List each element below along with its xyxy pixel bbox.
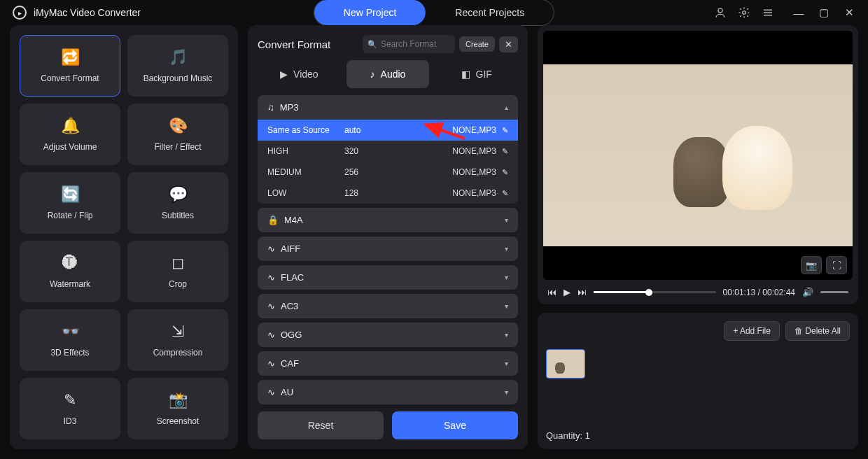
format-header-ac3[interactable]: ∿AC3▾: [258, 294, 518, 318]
video-content: [543, 64, 853, 246]
chevron-down-icon: ▾: [505, 302, 508, 310]
tool-subtitles[interactable]: 💬Subtitles: [127, 172, 228, 234]
edit-icon[interactable]: ✎: [502, 189, 508, 198]
chevron-down-icon: ▾: [505, 388, 508, 396]
reset-button[interactable]: Reset: [258, 411, 384, 439]
wave-icon: ∿: [267, 358, 275, 369]
project-nav: New Project Recent Projects: [314, 0, 554, 26]
tool-id3[interactable]: ✎ID3: [20, 378, 120, 439]
tools-sidebar: 🔁Convert Format 🎵Background Music 🔔Adjus…: [10, 25, 238, 449]
wave-icon: ∿: [267, 301, 275, 311]
tab-audio[interactable]: ♪Audio: [346, 60, 430, 88]
minimize-button[interactable]: —: [792, 6, 805, 19]
preset-medium[interactable]: MEDIUM256NONE,MP3✎: [258, 162, 518, 183]
chevron-down-icon: ▾: [505, 216, 508, 224]
edit-icon[interactable]: ✎: [502, 126, 508, 135]
id3-icon: ✎: [64, 391, 76, 409]
crop-icon: ◻: [172, 254, 184, 272]
tool-compression[interactable]: ⇲Compression: [127, 309, 228, 371]
convert-format-panel: Convert Format 🔍 Create ✕ ▶Video ♪Audio …: [248, 25, 528, 449]
settings-icon[interactable]: [738, 6, 750, 19]
tab-video[interactable]: ▶Video: [258, 60, 341, 88]
prev-button[interactable]: ⏮: [547, 287, 556, 297]
tool-3d-effects[interactable]: 👓3D Effects: [20, 309, 120, 371]
save-button[interactable]: Save: [392, 411, 518, 439]
wave-icon: ∿: [267, 272, 275, 283]
player-controls: ⏮ ▶ ⏭ 00:01:13 / 00:02:44 🔊: [543, 280, 853, 299]
preset-low[interactable]: LOW128NONE,MP3✎: [258, 183, 518, 204]
quantity-label: Quantity: 1: [546, 430, 850, 441]
file-queue-panel: + Add File 🗑 Delete All Quantity: 1: [538, 313, 858, 449]
format-header-caf[interactable]: ∿CAF▾: [258, 351, 518, 376]
screenshot-icon: 📸: [169, 391, 188, 409]
wave-icon: ∿: [267, 387, 275, 397]
video-icon: ▶: [280, 69, 288, 80]
music-note-icon: ♫: [267, 102, 274, 113]
preview-panel: 📷 ⛶ ⏮ ▶ ⏭ 00:01:13 / 00:02:44 🔊: [538, 25, 858, 304]
seek-bar[interactable]: [594, 291, 716, 293]
format-header-au[interactable]: ∿AU▾: [258, 380, 518, 404]
format-header-ogg[interactable]: ∿OGG▾: [258, 323, 518, 347]
trash-icon: 🗑: [794, 326, 803, 336]
svg-point-0: [718, 8, 722, 13]
tool-background-music[interactable]: 🎵Background Music: [127, 35, 228, 97]
fullscreen-button[interactable]: ⛶: [826, 256, 847, 274]
app-logo: ▸ iMyMac Video Converter: [13, 6, 141, 20]
format-header-flac[interactable]: ∿FLAC▾: [258, 265, 518, 290]
tool-adjust-volume[interactable]: 🔔Adjust Volume: [20, 104, 120, 165]
close-panel-button[interactable]: ✕: [499, 36, 518, 52]
format-group-mp3: ♫MP3▴ Same as SourceautoNONE,MP3✎ HIGH32…: [258, 95, 518, 204]
volume-icon: 🔔: [61, 117, 80, 135]
titlebar: ▸ iMyMac Video Converter New Project Rec…: [0, 0, 868, 25]
volume-slider[interactable]: [820, 291, 848, 293]
tool-crop[interactable]: ◻Crop: [127, 241, 228, 302]
close-button[interactable]: ✕: [843, 6, 855, 19]
edit-icon[interactable]: ✎: [502, 168, 508, 177]
volume-icon[interactable]: 🔊: [802, 287, 813, 297]
snapshot-button[interactable]: 📷: [801, 256, 822, 274]
tab-gif[interactable]: ◧GIF: [435, 60, 518, 88]
rotate-icon: 🔄: [61, 185, 80, 204]
svg-point-1: [743, 11, 746, 15]
format-header-aiff[interactable]: ∿AIFF▾: [258, 236, 518, 261]
tool-filter-effect[interactable]: 🎨Filter / Effect: [127, 104, 228, 165]
maximize-button[interactable]: ▢: [818, 6, 830, 19]
subtitles-icon: 💬: [169, 185, 188, 204]
edit-icon[interactable]: ✎: [502, 147, 508, 156]
chevron-up-icon: ▴: [505, 104, 508, 111]
tool-watermark[interactable]: 🅣Watermark: [20, 241, 120, 302]
preset-same-as-source[interactable]: Same as SourceautoNONE,MP3✎: [258, 120, 518, 141]
create-button[interactable]: Create: [459, 36, 495, 52]
video-frame[interactable]: 📷 ⛶: [543, 31, 853, 280]
queue-thumbnail[interactable]: [546, 349, 585, 379]
format-header-m4a[interactable]: 🔒M4A▾: [258, 208, 518, 232]
tool-convert-format[interactable]: 🔁Convert Format: [20, 35, 120, 97]
add-file-button[interactable]: + Add File: [724, 321, 780, 341]
delete-all-button[interactable]: 🗑 Delete All: [785, 321, 850, 341]
play-button[interactable]: ▶: [564, 287, 570, 297]
recent-projects-button[interactable]: Recent Projects: [426, 0, 554, 25]
next-button[interactable]: ⏭: [578, 287, 587, 297]
tool-rotate-flip[interactable]: 🔄Rotate / Flip: [20, 172, 120, 234]
new-project-button[interactable]: New Project: [314, 0, 426, 25]
menu-icon[interactable]: [762, 6, 774, 19]
gif-icon: ◧: [461, 69, 470, 80]
lock-icon: 🔒: [267, 215, 279, 225]
logo-icon: ▸: [13, 6, 27, 20]
watermark-icon: 🅣: [62, 254, 78, 272]
format-list: ♫MP3▴ Same as SourceautoNONE,MP3✎ HIGH32…: [258, 95, 518, 404]
music-icon: 🎵: [169, 48, 188, 66]
chevron-down-icon: ▾: [505, 360, 508, 367]
audio-icon: ♪: [370, 69, 375, 80]
app-title: iMyMac Video Converter: [34, 7, 141, 18]
wave-icon: ∿: [267, 243, 275, 254]
account-icon[interactable]: [714, 6, 727, 19]
tool-screenshot[interactable]: 📸Screenshot: [127, 378, 228, 439]
format-header-mp3[interactable]: ♫MP3▴: [258, 95, 518, 120]
3d-icon: 👓: [61, 323, 80, 341]
preset-high[interactable]: HIGH320NONE,MP3✎: [258, 141, 518, 162]
search-icon: 🔍: [368, 40, 377, 49]
chevron-down-icon: ▾: [505, 274, 508, 281]
time-display: 00:01:13 / 00:02:44: [723, 288, 795, 297]
panel-title: Convert Format: [258, 38, 330, 50]
